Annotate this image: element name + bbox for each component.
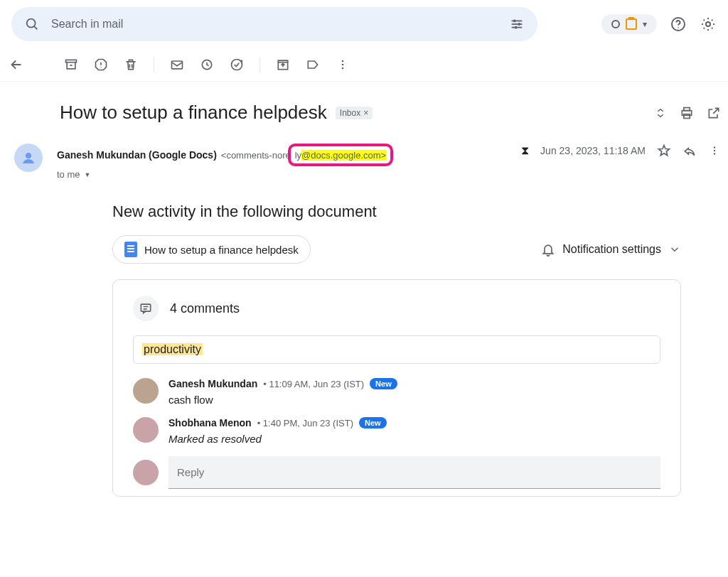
comments-count: 4 comments bbox=[170, 301, 240, 316]
to-line[interactable]: to me ▼ bbox=[57, 169, 507, 180]
more-icon[interactable] bbox=[336, 58, 350, 72]
comment-item: Shobhana Menon • 1:40 PM, Jun 23 (IST) N… bbox=[133, 417, 660, 445]
svg-point-31 bbox=[714, 153, 715, 154]
comment-time: • 11:09 AM, Jun 23 (IST) bbox=[263, 379, 364, 389]
svg-point-23 bbox=[342, 68, 344, 70]
dynamic-mail-icon: ⧗ bbox=[521, 144, 529, 157]
notif-label: Notification settings bbox=[562, 243, 661, 256]
inbox-label-text: Inbox bbox=[340, 108, 360, 118]
current-user-avatar bbox=[133, 460, 159, 485]
svg-point-29 bbox=[714, 146, 715, 148]
star-icon[interactable] bbox=[657, 144, 671, 158]
comment-time: • 1:40 PM, Jun 23 (IST) bbox=[257, 418, 353, 428]
open-new-window-icon[interactable] bbox=[707, 106, 721, 120]
search-options-icon[interactable] bbox=[509, 16, 525, 32]
email-toolbar bbox=[0, 48, 728, 82]
search-input[interactable] bbox=[51, 18, 498, 31]
svg-line-1 bbox=[34, 26, 37, 29]
svg-rect-15 bbox=[172, 61, 183, 69]
svg-point-9 bbox=[678, 27, 679, 28]
svg-point-22 bbox=[342, 64, 344, 66]
email-date: Jun 23, 2023, 11:18 AM bbox=[540, 145, 646, 156]
calendar-icon bbox=[626, 18, 637, 30]
sender-address-highlight: @docs.google.com> bbox=[301, 150, 386, 161]
show-details-icon[interactable]: ▼ bbox=[85, 171, 91, 178]
google-docs-icon bbox=[124, 242, 137, 257]
svg-point-21 bbox=[342, 60, 344, 63]
new-badge: New bbox=[359, 417, 387, 428]
inbox-label-chip[interactable]: Inbox × bbox=[336, 107, 373, 119]
topbar-right: ▾ bbox=[601, 14, 717, 34]
comments-header: 4 comments bbox=[133, 296, 660, 321]
chevron-down-icon: ▾ bbox=[643, 19, 647, 29]
subject-row: How to setup a finance helpdesk Inbox × bbox=[60, 102, 721, 124]
search-box[interactable] bbox=[11, 7, 537, 41]
highlight-box: ly@docs.google.com> bbox=[288, 144, 393, 166]
comments-icon bbox=[133, 296, 159, 321]
email-pane: How to setup a finance helpdesk Inbox × … bbox=[0, 82, 728, 497]
activity-heading: New activity in the following document bbox=[112, 203, 721, 221]
bell-icon bbox=[541, 242, 555, 257]
remove-label-x-icon[interactable]: × bbox=[363, 108, 368, 118]
svg-rect-32 bbox=[141, 304, 150, 311]
svg-rect-7 bbox=[515, 26, 517, 29]
new-badge: New bbox=[370, 378, 397, 389]
comment-topic-box[interactable]: productivity bbox=[133, 335, 660, 364]
search-icon bbox=[24, 16, 40, 32]
commenter-avatar bbox=[133, 417, 159, 443]
svg-point-27 bbox=[26, 153, 31, 158]
sender-address-prefix: <comments-nore bbox=[221, 150, 291, 161]
to-text: to me bbox=[57, 169, 80, 180]
sender-row: Ganesh Mukundan (Google Docs) <comments-… bbox=[14, 144, 721, 180]
move-to-icon[interactable] bbox=[276, 58, 290, 72]
comment-item: Ganesh Mukundan • 11:09 AM, Jun 23 (IST)… bbox=[133, 378, 660, 406]
separator bbox=[259, 57, 260, 72]
notification-settings-link[interactable]: Notification settings bbox=[541, 242, 681, 257]
comment-text: Marked as resolved bbox=[168, 433, 660, 445]
status-indicator[interactable]: ▾ bbox=[601, 14, 657, 34]
delete-icon[interactable] bbox=[124, 58, 138, 72]
sender-line: Ganesh Mukundan (Google Docs) <comments-… bbox=[57, 144, 507, 166]
reply-row bbox=[133, 456, 660, 489]
topic-text: productivity bbox=[142, 343, 203, 355]
sender-block: Ganesh Mukundan (Google Docs) <comments-… bbox=[57, 144, 507, 180]
reply-icon[interactable] bbox=[682, 144, 697, 158]
snooze-icon[interactable] bbox=[200, 58, 214, 72]
svg-marker-28 bbox=[659, 146, 670, 156]
collapse-expand-icon[interactable] bbox=[654, 107, 667, 119]
email-body: New activity in the following document H… bbox=[112, 203, 721, 497]
help-icon[interactable] bbox=[670, 16, 687, 33]
svg-rect-6 bbox=[518, 23, 520, 26]
sender-meta: ⧗ Jun 23, 2023, 11:18 AM bbox=[521, 144, 721, 158]
sender-avatar bbox=[14, 144, 43, 172]
label-icon[interactable] bbox=[306, 58, 320, 72]
sender-name: Ganesh Mukundan (Google Docs) bbox=[57, 149, 217, 161]
email-subject: How to setup a finance helpdesk bbox=[60, 102, 327, 124]
separator bbox=[154, 57, 154, 72]
add-to-tasks-icon[interactable] bbox=[230, 58, 244, 72]
back-icon[interactable] bbox=[9, 57, 24, 72]
commenter-name: Ganesh Mukundan bbox=[168, 378, 257, 389]
commenter-avatar bbox=[133, 378, 159, 404]
mark-unread-icon[interactable] bbox=[170, 58, 184, 72]
archive-icon[interactable] bbox=[64, 58, 78, 72]
comments-card: 4 comments productivity Ganesh Mukundan … bbox=[112, 279, 681, 497]
spam-icon[interactable] bbox=[94, 58, 108, 72]
chevron-down-icon bbox=[668, 243, 681, 256]
svg-rect-11 bbox=[66, 60, 77, 62]
doc-title: How to setup a finance helpdesk bbox=[144, 244, 299, 256]
document-chip[interactable]: How to setup a finance helpdesk bbox=[112, 235, 311, 264]
print-icon[interactable] bbox=[680, 106, 694, 120]
commenter-name: Shobhana Menon bbox=[168, 417, 252, 428]
svg-point-0 bbox=[27, 19, 36, 28]
reply-input[interactable] bbox=[168, 456, 660, 489]
status-circle-icon bbox=[611, 20, 620, 28]
comment-text: cash flow bbox=[168, 394, 660, 406]
more-menu-icon[interactable] bbox=[708, 144, 721, 157]
top-bar: ▾ bbox=[0, 0, 728, 48]
svg-point-30 bbox=[714, 150, 715, 151]
svg-point-10 bbox=[706, 22, 710, 26]
sender-address-mid: ly bbox=[295, 150, 301, 161]
subject-actions bbox=[654, 106, 721, 120]
settings-gear-icon[interactable] bbox=[700, 16, 717, 33]
